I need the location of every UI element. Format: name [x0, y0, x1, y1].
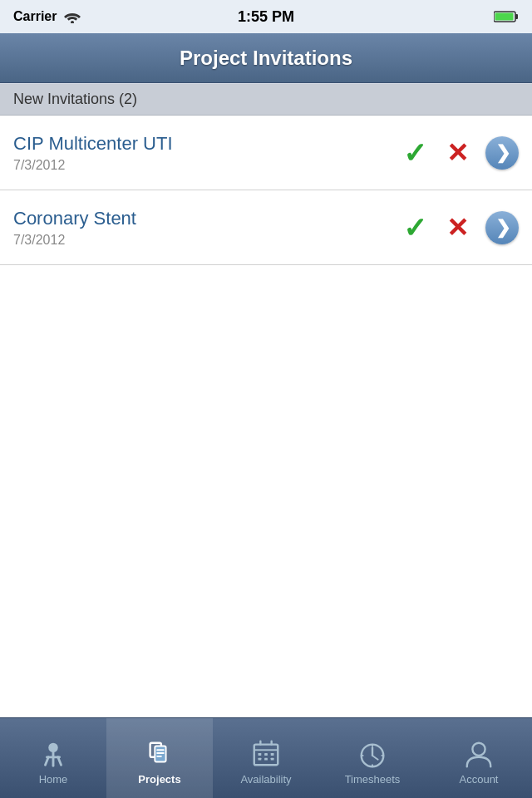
svg-rect-18 [259, 753, 262, 756]
timesheets-icon [357, 738, 388, 770]
invitation-date-2: 7/3/2012 [13, 233, 400, 248]
svg-point-31 [472, 742, 485, 755]
checkmark-icon-1: ✓ [403, 139, 426, 167]
svg-line-26 [372, 755, 378, 759]
invitation-title-2: Coronary Stent [13, 208, 400, 229]
home-icon [37, 738, 69, 770]
checkmark-icon-2: ✓ [403, 214, 426, 242]
tab-bar: Home Projects Availability [0, 717, 532, 798]
invitation-date-1: 7/3/2012 [13, 158, 400, 173]
status-bar-left: Carrier [13, 9, 81, 24]
accept-button-2[interactable]: ✓ [400, 210, 430, 245]
accept-button-1[interactable]: ✓ [400, 135, 430, 170]
chevron-right-icon-1: ❯ [495, 144, 510, 162]
svg-line-7 [46, 756, 49, 765]
tab-account-label: Account [460, 773, 499, 786]
detail-button-2[interactable]: ❯ [485, 211, 519, 244]
invitation-info-1: CIP Multicenter UTI 7/3/2012 [13, 133, 400, 173]
empty-content-area [0, 265, 532, 747]
svg-point-0 [71, 21, 74, 23]
svg-rect-19 [264, 753, 268, 756]
tab-projects[interactable]: Projects [106, 718, 213, 798]
svg-rect-20 [271, 753, 274, 756]
invitation-item-1: CIP Multicenter UTI 7/3/2012 ✓ ✕ ❯ [0, 116, 532, 190]
section-header-text: New Invitations (2) [13, 91, 137, 107]
status-bar-time: 1:55 PM [238, 8, 294, 26]
svg-rect-22 [264, 757, 268, 760]
status-bar: Carrier 1:55 PM [0, 0, 532, 33]
svg-rect-21 [259, 757, 262, 760]
invitation-actions-2: ✓ ✕ ❯ [400, 210, 519, 245]
page-title: Project Invitations [180, 47, 352, 70]
availability-icon [250, 738, 282, 770]
tab-account[interactable]: Account [426, 718, 532, 798]
tab-availability[interactable]: Availability [213, 718, 319, 798]
reject-button-2[interactable]: ✕ [443, 211, 472, 244]
wifi-icon [63, 10, 81, 23]
chevron-right-icon-2: ❯ [495, 219, 510, 237]
reject-button-1[interactable]: ✕ [443, 136, 472, 170]
projects-icon [144, 738, 175, 770]
xmark-icon-1: ✕ [446, 140, 469, 166]
tab-timesheets[interactable]: Timesheets [319, 718, 426, 798]
account-icon [463, 738, 495, 770]
svg-point-4 [48, 742, 57, 751]
invitation-actions-1: ✓ ✕ ❯ [400, 135, 519, 170]
invitation-item-2: Coronary Stent 7/3/2012 ✓ ✕ ❯ [0, 190, 532, 265]
tab-timesheets-label: Timesheets [345, 773, 401, 786]
svg-rect-23 [271, 757, 274, 760]
invitation-info-2: Coronary Stent 7/3/2012 [13, 208, 400, 248]
navigation-bar: Project Invitations [0, 33, 532, 83]
detail-button-1[interactable]: ❯ [485, 136, 519, 170]
tab-home-label: Home [39, 773, 68, 786]
carrier-label: Carrier [13, 9, 57, 24]
tab-availability-label: Availability [240, 773, 291, 786]
tab-home[interactable]: Home [0, 718, 106, 798]
section-header: New Invitations (2) [0, 83, 532, 116]
invitation-title-1: CIP Multicenter UTI [13, 133, 400, 155]
xmark-icon-2: ✕ [446, 214, 469, 241]
svg-rect-2 [515, 14, 518, 19]
svg-rect-3 [495, 13, 514, 21]
svg-line-8 [58, 756, 62, 765]
tab-projects-label: Projects [138, 773, 180, 786]
battery-icon [494, 10, 519, 23]
status-bar-right [494, 10, 519, 23]
